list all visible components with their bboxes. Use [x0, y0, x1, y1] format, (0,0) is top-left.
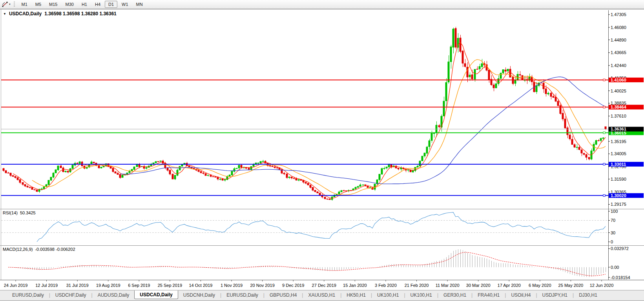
date-tick-label: 17 Apr 2020 [498, 283, 521, 288]
price-line-label: 1.33011 [611, 162, 626, 167]
timeframe-button-m30[interactable]: M30 [62, 1, 77, 8]
price-tick-label: 1.44890 [611, 38, 626, 42]
toolbar-grip[interactable] [14, 2, 15, 7]
date-tick-label: 19 Aug 2019 [96, 283, 120, 288]
symbol-tab-audusd-daily[interactable]: AUDUSD,Daily [93, 291, 135, 299]
date-tick-label: 25 May 2020 [558, 283, 584, 288]
price-tick-label: 1.31590 [611, 177, 626, 181]
rsi-axis-label: 100 [611, 209, 618, 214]
date-tick-label: 9 Dec 2019 [282, 283, 304, 288]
price-tick-label: 1.34005 [611, 151, 626, 156]
chart-menu-icon[interactable]: ▼ [3, 12, 6, 16]
date-tick-label: 31 Jul 2019 [66, 283, 89, 288]
symbol-tab-xauusd-h1[interactable]: XAUUSD,H1 [303, 291, 340, 299]
symbol-tab-dj30-h1[interactable]: DJ30,H1 [574, 291, 602, 299]
ma-5-line [13, 43, 606, 198]
symbol-tab-ger30-h1[interactable]: GER30,H1 [438, 291, 471, 299]
date-tick-label: 15 Jan 2020 [343, 283, 367, 288]
symbol-tab-hk50-h1[interactable]: HK50,H1 [341, 291, 371, 299]
macd-values: -0.003598 -0.006202 [35, 247, 75, 252]
date-tick-label: 27 Dec 2019 [312, 283, 336, 288]
symbol-tab-usdcnh-daily[interactable]: USDCNH,Daily [178, 291, 220, 299]
date-tick-label: 30 Mar 2020 [466, 283, 491, 288]
rsi-pane[interactable]: 10070300 [1, 209, 618, 244]
rsi-line [37, 212, 606, 242]
caret-down-icon: ▾ [9, 3, 11, 6]
current-price-marker: 1.36361 [1, 127, 644, 131]
pane-frame [0, 9, 644, 280]
timeframe-button-w1[interactable]: W1 [118, 1, 132, 8]
macd-axis-label: 0.00 [611, 265, 619, 270]
price-tick-label: 1.47305 [611, 12, 626, 17]
time-axis[interactable]: 24 Jun 201912 Jul 201931 Jul 201919 Aug … [4, 280, 614, 288]
chart-ohlc-values: 1.36598 1.36598 1.36280 1.36361 [44, 11, 117, 16]
chart-window: 1.473051.460801.448901.436651.424401.412… [0, 9, 644, 290]
symbol-tab-eurusd-daily[interactable]: EURUSD,Daily [221, 291, 263, 299]
price-line-label: 1.41060 [611, 78, 626, 82]
symbol-tab-gbpusd-h4[interactable]: GBPUSD,H4 [265, 291, 302, 299]
macd-signal-line [8, 252, 606, 276]
date-tick-label: 12 Jun 2020 [590, 283, 614, 288]
date-tick-label: 6 Sep 2019 [128, 283, 150, 288]
rsi-axis-label: 30 [611, 230, 615, 235]
timeframe-button-m15[interactable]: M15 [46, 1, 61, 8]
timeframe-button-d1[interactable]: D1 [105, 1, 117, 8]
ma-50-line [120, 77, 606, 184]
date-tick-label: 11 Mar 2020 [436, 283, 460, 288]
price-tick-label: 1.43665 [611, 50, 626, 55]
macd-name: MACD(12,26,9) [3, 247, 33, 252]
line-tools-button[interactable]: ▾ [0, 0, 13, 9]
price-line-label: 1.30020 [611, 193, 626, 198]
macd-axis-label: 0.032972 [611, 246, 629, 251]
symbol-tab-usdchf-daily[interactable]: USDCHF,Daily [50, 291, 91, 299]
timeframe-button-mn[interactable]: MN [133, 1, 146, 8]
rsi-label: RSI(14) 50.3425 [3, 210, 36, 215]
symbol-tab-usoil-h4[interactable]: USOil,H4 [506, 291, 536, 299]
moving-average-lines [13, 43, 606, 198]
price-chart-canvas[interactable]: 1.473051.460801.448901.436651.424401.412… [0, 9, 644, 290]
candles [3, 27, 606, 201]
date-tick-label: 25 Sep 2019 [158, 283, 182, 288]
top-toolbar: ▾ M1M5M15M30H1H4D1W1MN [0, 0, 644, 9]
date-tick-label: 21 Feb 2020 [405, 283, 429, 288]
price-tick-label: 1.29175 [611, 202, 626, 207]
symbol-tab-usdjpy-h1[interactable]: USDJPY,H1 [537, 291, 573, 299]
horizontal-price-lines[interactable]: 1.410601.384641.360151.330111.30020 [1, 78, 644, 198]
timeframe-buttons: M1M5M15M30H1H4D1W1MN [18, 1, 146, 8]
rsi-value: 50.3425 [20, 210, 36, 215]
date-tick-label: 14 Oct 2019 [189, 283, 213, 288]
timeframe-button-m1[interactable]: M1 [18, 1, 31, 8]
symbol-tab-uk100-h1[interactable]: UK100,H1 [372, 291, 404, 299]
price-tick-label: 1.40025 [611, 89, 626, 93]
window-bottom-edge [0, 299, 644, 301]
date-tick-label: 24 Jun 2019 [4, 283, 28, 288]
price-tick-label: 1.35195 [611, 139, 626, 144]
macd-axis-label: -0.018154 [611, 275, 630, 280]
chart-header: ▼ USDCAD,Daily 1.36598 1.36598 1.36280 1… [3, 11, 117, 16]
timeframe-button-h4[interactable]: H4 [91, 1, 104, 8]
line-studies-icon [2, 2, 8, 7]
symbol-tab-usdcad-daily[interactable]: USDCAD,Daily [134, 290, 178, 299]
macd-pane[interactable]: 0.0329720.00-0.018154 [8, 246, 630, 279]
date-tick-label: 1 Nov 2019 [221, 283, 243, 288]
rsi-axis-label: 70 [611, 218, 615, 223]
timeframe-button-m5[interactable]: M5 [32, 1, 45, 8]
chart-symbol-title: USDCAD,Daily [9, 11, 42, 16]
symbol-tabbar: EURUSD,Daily|USDCHF,Daily|AUDUSD,DailyUS… [0, 290, 644, 299]
rsi-name: RSI(14) [3, 210, 18, 215]
macd-label: MACD(12,26,9) -0.003598 -0.006202 [3, 247, 75, 252]
symbol-tab-eurusd-daily[interactable]: EURUSD,Daily [7, 291, 49, 299]
symbol-tab-uk100-h1[interactable]: UK100,H1 [405, 291, 437, 299]
price-tick-label: 1.42440 [611, 63, 626, 68]
rsi-axis-label: 0 [611, 239, 613, 244]
price-tick-label: 1.46080 [611, 25, 626, 30]
symbol-tab-fra40-h1[interactable]: FRA40,H1 [473, 291, 505, 299]
date-tick-label: 6 May 2020 [529, 283, 551, 288]
date-tick-label: 3 Feb 2020 [375, 283, 397, 288]
date-tick-label: 20 Nov 2019 [250, 283, 274, 288]
date-tick-label: 12 Jul 2019 [35, 283, 58, 288]
price-tick-label: 1.37610 [611, 114, 626, 118]
price-line-label: 1.38464 [611, 105, 627, 109]
timeframe-button-h1[interactable]: H1 [78, 1, 91, 8]
current-price-label: 1.36361 [611, 127, 626, 131]
